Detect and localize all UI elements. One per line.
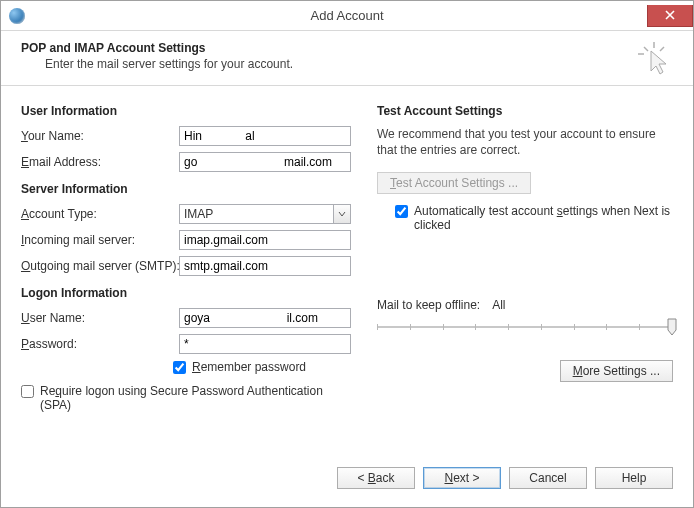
user-name-label: User Name: xyxy=(21,311,173,325)
auto-test-label: Automatically test account settings when… xyxy=(414,204,673,232)
next-button[interactable]: Next > xyxy=(423,467,501,489)
account-type-select[interactable]: IMAP xyxy=(179,204,351,224)
svg-line-3 xyxy=(644,47,648,51)
password-label: Password: xyxy=(21,337,173,351)
mail-keep-slider[interactable] xyxy=(377,318,673,336)
close-icon xyxy=(665,10,675,20)
incoming-label: Incoming mail server: xyxy=(21,233,173,247)
svg-line-2 xyxy=(660,47,664,51)
page-title: POP and IMAP Account Settings xyxy=(21,41,673,55)
remember-password-label: Remember password xyxy=(192,360,306,374)
account-type-label: Account Type: xyxy=(21,207,173,221)
chevron-down-icon xyxy=(333,204,351,224)
page-subtitle: Enter the mail server settings for your … xyxy=(45,57,673,71)
email-input[interactable] xyxy=(179,152,351,172)
outgoing-label: Outgoing mail server (SMTP): xyxy=(21,259,173,273)
user-info-heading: User Information xyxy=(21,104,351,118)
window-title: Add Account xyxy=(1,8,693,23)
help-button[interactable]: Help xyxy=(595,467,673,489)
server-info-heading: Server Information xyxy=(21,182,351,196)
your-name-input[interactable] xyxy=(179,126,351,146)
outgoing-server-input[interactable] xyxy=(179,256,351,276)
incoming-server-input[interactable] xyxy=(179,230,351,250)
test-settings-heading: Test Account Settings xyxy=(377,104,673,118)
test-settings-desc: We recommend that you test your account … xyxy=(377,126,673,158)
more-settings-button[interactable]: More Settings ... xyxy=(560,360,673,382)
close-button[interactable] xyxy=(647,5,693,27)
logon-info-heading: Logon Information xyxy=(21,286,351,300)
your-name-label: Your Name: xyxy=(21,129,173,143)
back-button[interactable]: < Back xyxy=(337,467,415,489)
auto-test-checkbox[interactable] xyxy=(395,205,408,218)
spa-checkbox[interactable] xyxy=(21,385,34,398)
cancel-button[interactable]: Cancel xyxy=(509,467,587,489)
remember-password-checkbox[interactable] xyxy=(173,361,186,374)
spa-label: Require logon using Secure Password Auth… xyxy=(40,384,351,412)
password-input[interactable] xyxy=(179,334,351,354)
wizard-cursor-icon xyxy=(637,41,671,78)
mail-keep-label: Mail to keep offline: xyxy=(377,298,480,312)
app-icon xyxy=(9,8,25,24)
test-account-settings-button[interactable]: Test Account Settings ... xyxy=(377,172,531,194)
mail-keep-value: All xyxy=(492,298,505,312)
user-name-input[interactable] xyxy=(179,308,351,328)
account-type-value: IMAP xyxy=(179,204,333,224)
slider-thumb-icon xyxy=(667,318,677,336)
email-label: Email Address: xyxy=(21,155,173,169)
